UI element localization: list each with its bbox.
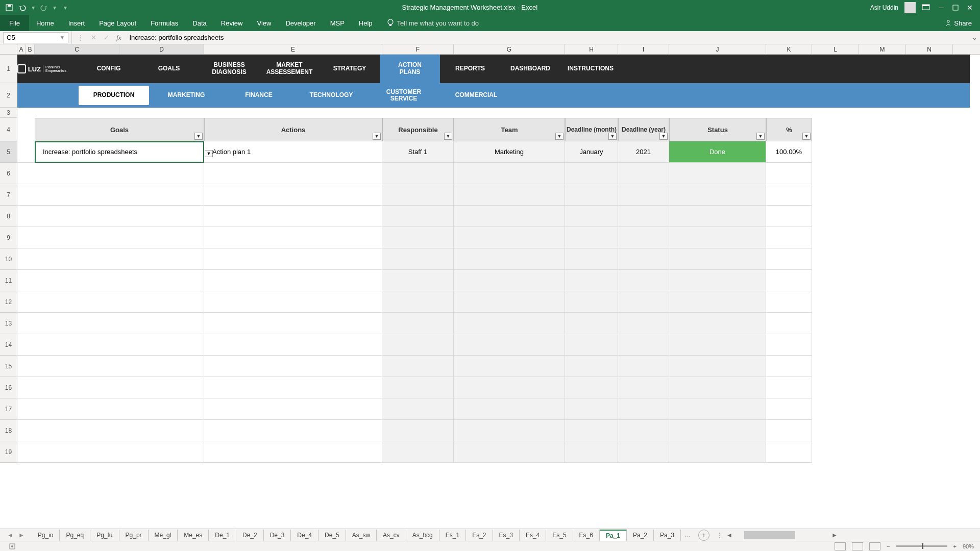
ribbon-tab-page-layout[interactable]: Page Layout [92,15,143,31]
redo-icon[interactable] [39,3,49,13]
col-header-d[interactable]: D [119,44,204,54]
share-button[interactable]: Share [937,19,980,27]
name-box[interactable]: C5 ▼ [3,32,68,43]
cell-empty[interactable] [669,441,766,463]
cell-empty[interactable] [669,334,766,356]
sheet-tab-es_6[interactable]: Es_6 [573,530,600,541]
cell-empty[interactable] [565,291,618,313]
col-header-a[interactable]: A [17,44,26,54]
app-tab-instructions[interactable]: INSTRUCTIONS [560,55,621,83]
cell-empty[interactable] [669,270,766,291]
tell-me-search[interactable]: Tell me what you want to do [380,15,486,31]
cell-empty[interactable] [618,420,669,441]
sheet-tab-pg_fu[interactable]: Pg_fu [90,530,119,541]
app-tab-goals[interactable]: GOALS [139,55,199,83]
cell-empty[interactable] [565,356,618,377]
formula-expand-icon[interactable]: ⌄ [971,34,978,41]
app-tab-action-plans[interactable]: ACTIONPLANS [380,55,440,83]
maximize-button[interactable] [952,5,959,11]
cell-empty[interactable] [382,356,454,377]
cell-empty[interactable] [766,291,812,313]
cell-empty[interactable] [204,313,382,334]
cell-empty[interactable] [565,248,618,270]
cell-empty[interactable] [565,377,618,398]
cell-empty[interactable] [565,334,618,356]
row-header-3[interactable]: 3 [0,108,17,118]
cell-empty[interactable] [766,420,812,441]
ribbon-tab-developer[interactable]: Developer [278,15,323,31]
row-header-15[interactable]: 15 [0,356,17,377]
cell-empty[interactable] [669,377,766,398]
cell-empty[interactable] [766,334,812,356]
col-header-k[interactable]: K [766,44,812,54]
cell-empty[interactable] [618,356,669,377]
cell-empty[interactable] [204,356,382,377]
row-header-12[interactable]: 12 [0,291,17,313]
row-header-7[interactable]: 7 [0,184,17,206]
cancel-icon[interactable]: ✕ [91,34,96,41]
row-header-1[interactable]: 1 [0,55,17,83]
sheet-tab-pg_io[interactable]: Pg_io [32,530,60,541]
cell-empty[interactable] [204,184,382,206]
ribbon-tab-msp[interactable]: MSP [323,15,352,31]
row-header-19[interactable]: 19 [0,441,17,463]
select-all-corner[interactable] [0,44,17,54]
cell-empty[interactable] [618,313,669,334]
cell-empty[interactable] [35,377,204,398]
zoom-slider-thumb[interactable] [922,543,923,549]
sub-tab-commercial[interactable]: COMMERCIAL [441,86,511,105]
zoom-slider[interactable] [896,545,947,547]
col-header-j[interactable]: J [669,44,766,54]
cell-empty[interactable] [382,270,454,291]
app-tab-market-assessement[interactable]: MARKETASSESSEMENT [259,55,320,83]
col-header-e[interactable]: E [204,44,382,54]
row-header-16[interactable]: 16 [0,377,17,398]
sheet-tab-as_bcg[interactable]: As_bcg [406,530,439,541]
cell-empty[interactable] [565,163,618,184]
cell-team[interactable]: Marketing [454,141,565,163]
cell-empty[interactable] [204,334,382,356]
cell-empty[interactable] [766,270,812,291]
row-header-13[interactable]: 13 [0,313,17,334]
col-header-f[interactable]: F [382,44,454,54]
filter-icon[interactable]: ▼ [194,133,203,140]
cell-empty[interactable] [669,227,766,248]
ribbon-tab-help[interactable]: Help [352,15,380,31]
cell-empty[interactable] [766,377,812,398]
filter-icon[interactable]: ▼ [373,133,381,140]
cell-empty[interactable] [766,356,812,377]
th-responsible[interactable]: Responsible▼ [382,118,454,141]
cell-empty[interactable] [382,313,454,334]
cell-empty[interactable] [382,248,454,270]
fx-icon[interactable]: fx [116,34,121,42]
cell-empty[interactable] [454,248,565,270]
cell-empty[interactable] [618,377,669,398]
sub-tab-finance[interactable]: FINANCE [224,86,294,105]
cell-empty[interactable] [669,420,766,441]
sheet-tab-es_4[interactable]: Es_4 [520,530,546,541]
cell-empty[interactable] [454,334,565,356]
cell-empty[interactable] [669,291,766,313]
sheet-tab-de_4[interactable]: De_4 [291,530,318,541]
row-header-8[interactable]: 8 [0,206,17,227]
cell-empty[interactable] [382,420,454,441]
cell-empty[interactable] [204,248,382,270]
filter-icon[interactable]: ▼ [802,133,811,140]
col-header-l[interactable]: L [812,44,859,54]
th-goals[interactable]: Goals▼ [35,118,204,141]
cell-empty[interactable] [565,441,618,463]
row-header-18[interactable]: 18 [0,420,17,441]
page-layout-view-button[interactable] [852,542,863,550]
row-header-4[interactable]: 4 [0,118,17,141]
cell-empty[interactable] [669,398,766,420]
cell-empty[interactable] [618,163,669,184]
cell-empty[interactable] [204,163,382,184]
minimize-button[interactable]: ─ [936,4,946,11]
row-header-14[interactable]: 14 [0,334,17,356]
cell-empty[interactable] [669,313,766,334]
cell-empty[interactable] [35,291,204,313]
sheet-tab-me_es[interactable]: Me_es [178,530,209,541]
cell-empty[interactable] [565,313,618,334]
th-team[interactable]: Team▼ [454,118,565,141]
cell-empty[interactable] [565,227,618,248]
